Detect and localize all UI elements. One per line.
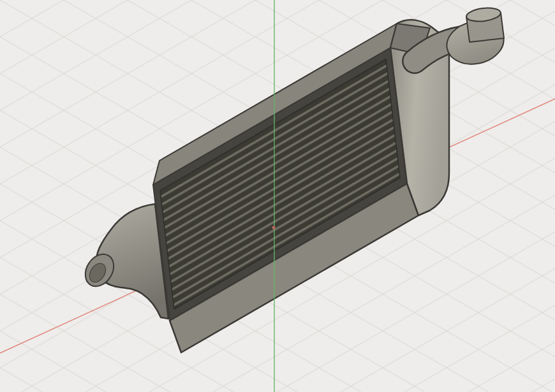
origin-marker [272,226,276,229]
viewport-canvas[interactable] [0,0,555,392]
cad-viewport[interactable] [0,0,555,392]
